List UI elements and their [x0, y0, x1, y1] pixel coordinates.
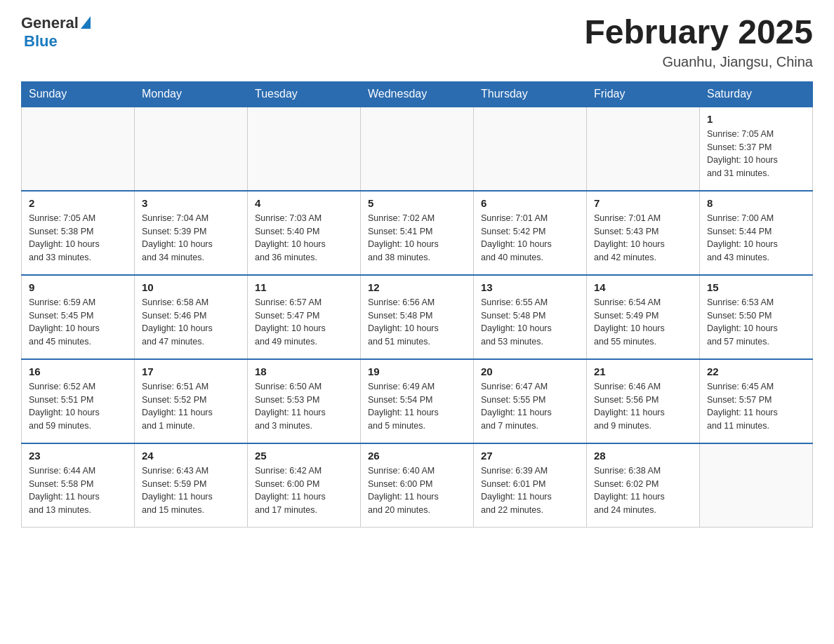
- calendar-cell: 13Sunrise: 6:55 AM Sunset: 5:48 PM Dayli…: [474, 275, 587, 359]
- day-number: 24: [142, 450, 240, 462]
- day-info: Sunrise: 6:42 AM Sunset: 6:00 PM Dayligh…: [255, 464, 353, 517]
- calendar-cell: 9Sunrise: 6:59 AM Sunset: 5:45 PM Daylig…: [22, 275, 135, 359]
- day-number: 4: [255, 197, 353, 209]
- col-header-sunday: Sunday: [22, 81, 135, 107]
- day-number: 1: [707, 113, 805, 125]
- day-info: Sunrise: 7:01 AM Sunset: 5:43 PM Dayligh…: [594, 212, 692, 264]
- logo-general-text: General: [21, 14, 79, 32]
- day-info: Sunrise: 7:00 AM Sunset: 5:44 PM Dayligh…: [707, 212, 805, 264]
- title-block: February 2025 Guanhu, Jiangsu, China: [584, 14, 813, 70]
- calendar-cell: 20Sunrise: 6:47 AM Sunset: 5:55 PM Dayli…: [474, 359, 587, 443]
- col-header-wednesday: Wednesday: [361, 81, 474, 107]
- calendar-cell: 1Sunrise: 7:05 AM Sunset: 5:37 PM Daylig…: [700, 107, 813, 191]
- calendar-cell: [361, 107, 474, 191]
- day-info: Sunrise: 6:57 AM Sunset: 5:47 PM Dayligh…: [255, 296, 353, 349]
- calendar-cell: 2Sunrise: 7:05 AM Sunset: 5:38 PM Daylig…: [22, 191, 135, 275]
- day-info: Sunrise: 6:51 AM Sunset: 5:52 PM Dayligh…: [142, 380, 240, 433]
- calendar-cell: 19Sunrise: 6:49 AM Sunset: 5:54 PM Dayli…: [361, 359, 474, 443]
- day-info: Sunrise: 6:55 AM Sunset: 5:48 PM Dayligh…: [481, 296, 579, 349]
- calendar-cell: 8Sunrise: 7:00 AM Sunset: 5:44 PM Daylig…: [700, 191, 813, 275]
- calendar-cell: 3Sunrise: 7:04 AM Sunset: 5:39 PM Daylig…: [135, 191, 248, 275]
- calendar-cell: 24Sunrise: 6:43 AM Sunset: 5:59 PM Dayli…: [135, 443, 248, 528]
- month-title: February 2025: [584, 14, 813, 51]
- day-info: Sunrise: 7:05 AM Sunset: 5:37 PM Dayligh…: [707, 128, 805, 180]
- day-info: Sunrise: 6:39 AM Sunset: 6:01 PM Dayligh…: [481, 464, 579, 517]
- day-number: 27: [481, 450, 579, 462]
- week-row-2: 2Sunrise: 7:05 AM Sunset: 5:38 PM Daylig…: [22, 191, 813, 275]
- calendar-cell: 10Sunrise: 6:58 AM Sunset: 5:46 PM Dayli…: [135, 275, 248, 359]
- day-info: Sunrise: 6:45 AM Sunset: 5:57 PM Dayligh…: [707, 380, 805, 433]
- col-header-thursday: Thursday: [474, 81, 587, 107]
- calendar-cell: 14Sunrise: 6:54 AM Sunset: 5:49 PM Dayli…: [587, 275, 700, 359]
- day-number: 12: [368, 281, 466, 293]
- calendar-cell: [474, 107, 587, 191]
- day-info: Sunrise: 6:44 AM Sunset: 5:58 PM Dayligh…: [29, 464, 127, 517]
- calendar-cell: 26Sunrise: 6:40 AM Sunset: 6:00 PM Dayli…: [361, 443, 474, 528]
- calendar-cell: 15Sunrise: 6:53 AM Sunset: 5:50 PM Dayli…: [700, 275, 813, 359]
- logo-blue-text: Blue: [24, 32, 58, 51]
- day-number: 14: [594, 281, 692, 293]
- day-info: Sunrise: 6:58 AM Sunset: 5:46 PM Dayligh…: [142, 296, 240, 349]
- calendar-cell: 16Sunrise: 6:52 AM Sunset: 5:51 PM Dayli…: [22, 359, 135, 443]
- day-number: 22: [707, 365, 805, 377]
- calendar-cell: [248, 107, 361, 191]
- day-number: 20: [481, 365, 579, 377]
- calendar-cell: 21Sunrise: 6:46 AM Sunset: 5:56 PM Dayli…: [587, 359, 700, 443]
- col-header-friday: Friday: [587, 81, 700, 107]
- calendar-cell: 17Sunrise: 6:51 AM Sunset: 5:52 PM Dayli…: [135, 359, 248, 443]
- day-info: Sunrise: 7:02 AM Sunset: 5:41 PM Dayligh…: [368, 212, 466, 264]
- calendar-header: SundayMondayTuesdayWednesdayThursdayFrid…: [22, 81, 813, 107]
- calendar-cell: 23Sunrise: 6:44 AM Sunset: 5:58 PM Dayli…: [22, 443, 135, 528]
- calendar-cell: 22Sunrise: 6:45 AM Sunset: 5:57 PM Dayli…: [700, 359, 813, 443]
- day-info: Sunrise: 7:05 AM Sunset: 5:38 PM Dayligh…: [29, 212, 127, 264]
- calendar-cell: 4Sunrise: 7:03 AM Sunset: 5:40 PM Daylig…: [248, 191, 361, 275]
- day-info: Sunrise: 6:38 AM Sunset: 6:02 PM Dayligh…: [594, 464, 692, 517]
- day-info: Sunrise: 7:03 AM Sunset: 5:40 PM Dayligh…: [255, 212, 353, 264]
- day-info: Sunrise: 6:50 AM Sunset: 5:53 PM Dayligh…: [255, 380, 353, 433]
- day-number: 5: [368, 197, 466, 209]
- day-info: Sunrise: 6:54 AM Sunset: 5:49 PM Dayligh…: [594, 296, 692, 349]
- calendar-cell: 5Sunrise: 7:02 AM Sunset: 5:41 PM Daylig…: [361, 191, 474, 275]
- day-info: Sunrise: 6:46 AM Sunset: 5:56 PM Dayligh…: [594, 380, 692, 433]
- header-row: SundayMondayTuesdayWednesdayThursdayFrid…: [22, 81, 813, 107]
- day-number: 19: [368, 365, 466, 377]
- calendar-cell: [587, 107, 700, 191]
- day-number: 10: [142, 281, 240, 293]
- day-info: Sunrise: 6:53 AM Sunset: 5:50 PM Dayligh…: [707, 296, 805, 349]
- day-number: 13: [481, 281, 579, 293]
- day-number: 26: [368, 450, 466, 462]
- week-row-1: 1Sunrise: 7:05 AM Sunset: 5:37 PM Daylig…: [22, 107, 813, 191]
- col-header-monday: Monday: [135, 81, 248, 107]
- day-number: 8: [707, 197, 805, 209]
- day-info: Sunrise: 6:47 AM Sunset: 5:55 PM Dayligh…: [481, 380, 579, 433]
- day-number: 25: [255, 450, 353, 462]
- calendar-body: 1Sunrise: 7:05 AM Sunset: 5:37 PM Daylig…: [22, 107, 813, 528]
- day-number: 11: [255, 281, 353, 293]
- calendar-cell: 27Sunrise: 6:39 AM Sunset: 6:01 PM Dayli…: [474, 443, 587, 528]
- calendar-table: SundayMondayTuesdayWednesdayThursdayFrid…: [21, 81, 813, 528]
- calendar-cell: 11Sunrise: 6:57 AM Sunset: 5:47 PM Dayli…: [248, 275, 361, 359]
- day-info: Sunrise: 6:56 AM Sunset: 5:48 PM Dayligh…: [368, 296, 466, 349]
- day-info: Sunrise: 6:40 AM Sunset: 6:00 PM Dayligh…: [368, 464, 466, 517]
- calendar-cell: [135, 107, 248, 191]
- calendar-cell: 6Sunrise: 7:01 AM Sunset: 5:42 PM Daylig…: [474, 191, 587, 275]
- day-number: 7: [594, 197, 692, 209]
- day-number: 28: [594, 450, 692, 462]
- calendar-cell: 18Sunrise: 6:50 AM Sunset: 5:53 PM Dayli…: [248, 359, 361, 443]
- day-number: 17: [142, 365, 240, 377]
- day-info: Sunrise: 7:01 AM Sunset: 5:42 PM Dayligh…: [481, 212, 579, 264]
- day-number: 3: [142, 197, 240, 209]
- day-number: 2: [29, 197, 127, 209]
- week-row-5: 23Sunrise: 6:44 AM Sunset: 5:58 PM Dayli…: [22, 443, 813, 528]
- col-header-tuesday: Tuesday: [248, 81, 361, 107]
- calendar-cell: 25Sunrise: 6:42 AM Sunset: 6:00 PM Dayli…: [248, 443, 361, 528]
- calendar-cell: 7Sunrise: 7:01 AM Sunset: 5:43 PM Daylig…: [587, 191, 700, 275]
- day-number: 15: [707, 281, 805, 293]
- day-info: Sunrise: 7:04 AM Sunset: 5:39 PM Dayligh…: [142, 212, 240, 264]
- day-number: 21: [594, 365, 692, 377]
- page-header: General Blue February 2025 Guanhu, Jiang…: [21, 14, 813, 70]
- day-number: 18: [255, 365, 353, 377]
- day-info: Sunrise: 6:43 AM Sunset: 5:59 PM Dayligh…: [142, 464, 240, 517]
- col-header-saturday: Saturday: [700, 81, 813, 107]
- calendar-cell: [700, 443, 813, 528]
